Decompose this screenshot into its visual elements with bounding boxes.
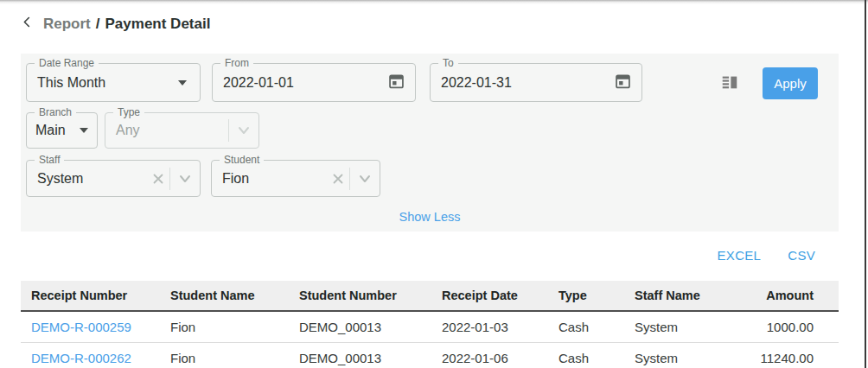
breadcrumb-separator: / — [96, 16, 100, 33]
cell-staff-name: System — [635, 351, 738, 365]
clear-icon[interactable] — [147, 174, 169, 184]
cell-staff-name: System — [635, 320, 738, 334]
chevron-down-icon[interactable] — [229, 126, 258, 135]
window-top-edge — [0, 0, 868, 4]
date-range-select[interactable]: Date Range This Month — [26, 63, 201, 102]
payment-detail-screen: Report / Payment Detail Date Range This … — [0, 0, 868, 368]
student-select[interactable]: Student Fion — [211, 160, 380, 197]
payment-table: Receipt Number Student Name Student Numb… — [21, 281, 839, 368]
calendar-icon[interactable] — [387, 72, 405, 93]
type-select[interactable]: Type Any — [105, 112, 259, 149]
apply-button[interactable]: Apply — [763, 67, 818, 99]
table-header-row: Receipt Number Student Name Student Numb… — [21, 281, 839, 312]
col-header-student-name: Student Name — [170, 289, 299, 302]
col-header-amount: Amount — [738, 289, 839, 302]
export-excel-link[interactable]: EXCEL — [718, 248, 762, 263]
from-value: 2022-01-01 — [213, 64, 415, 101]
cell-student-name: Fion — [170, 320, 299, 334]
window-right-edge — [865, 0, 866, 368]
branch-label: Branch — [35, 106, 76, 118]
chevron-down-icon[interactable] — [170, 174, 200, 183]
col-header-receipt-number: Receipt Number — [21, 289, 170, 302]
export-links: EXCEL CSV — [718, 248, 815, 263]
chevron-down-icon[interactable] — [350, 174, 380, 183]
to-date-field[interactable]: To 2022-01-31 — [430, 63, 642, 102]
cell-student-name: Fion — [170, 351, 299, 365]
cell-student-number: DEMO_00013 — [299, 351, 442, 365]
col-header-receipt-date: Receipt Date — [442, 289, 558, 302]
back-button[interactable] — [17, 15, 36, 34]
chevron-left-icon — [21, 16, 34, 33]
cell-type: Cash — [558, 351, 635, 365]
from-date-field[interactable]: From 2022-01-01 — [212, 63, 416, 102]
date-range-label: Date Range — [35, 57, 99, 69]
branch-value: Main — [35, 123, 66, 138]
to-label: To — [438, 57, 458, 69]
staff-label: Staff — [35, 154, 64, 166]
clear-icon[interactable] — [327, 174, 349, 184]
to-value: 2022-01-31 — [431, 64, 641, 101]
export-csv-link[interactable]: CSV — [788, 248, 815, 263]
cell-student-number: DEMO_00013 — [299, 320, 442, 334]
calendar-icon[interactable] — [614, 72, 632, 93]
staff-select[interactable]: Staff System — [26, 160, 201, 197]
type-label: Type — [113, 106, 144, 118]
column-settings-button[interactable] — [718, 73, 741, 95]
table-row: DEMO-R-000262 Fion DEMO_00013 2022-01-06… — [21, 343, 839, 368]
breadcrumb-report-link[interactable]: Report — [43, 16, 91, 33]
cell-amount: 11240.00 — [738, 351, 839, 365]
student-label: Student — [220, 154, 264, 166]
breadcrumb: Report / Payment Detail — [17, 15, 210, 34]
table-row: DEMO-R-000259 Fion DEMO_00013 2022-01-03… — [21, 312, 839, 343]
from-label: From — [220, 57, 253, 69]
branch-select[interactable]: Branch Main — [26, 112, 98, 149]
date-range-value: This Month — [27, 64, 200, 101]
col-header-student-number: Student Number — [299, 289, 442, 302]
col-header-type: Type — [558, 289, 635, 302]
filter-panel: Date Range This Month From 2022-01-01 To… — [21, 54, 839, 232]
page-title: Payment Detail — [105, 16, 211, 33]
receipt-number-link[interactable]: DEMO-R-000259 — [31, 320, 131, 334]
cell-receipt-date: 2022-01-03 — [442, 320, 558, 334]
cell-receipt-date: 2022-01-06 — [442, 351, 558, 365]
col-header-staff-name: Staff Name — [635, 289, 738, 302]
show-less-link[interactable]: Show Less — [21, 210, 839, 224]
caret-down-icon — [80, 128, 88, 133]
receipt-number-link[interactable]: DEMO-R-000262 — [31, 351, 131, 365]
caret-down-icon — [178, 80, 187, 86]
cell-type: Cash — [558, 320, 635, 334]
cell-amount: 1000.00 — [738, 320, 839, 334]
vertical-split-icon — [720, 73, 739, 95]
